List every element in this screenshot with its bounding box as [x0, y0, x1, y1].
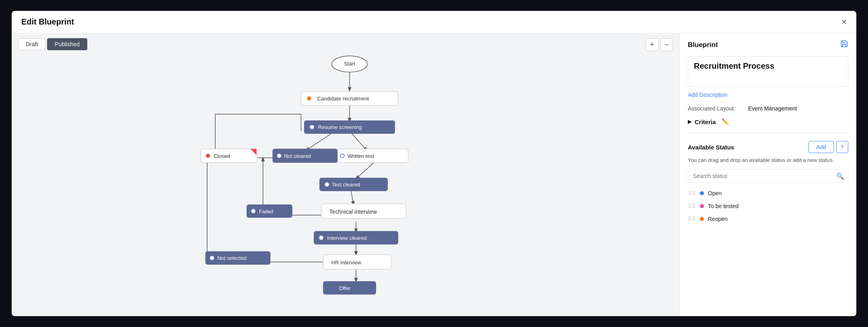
status-list: ⠿⠿ Open ⠿⠿ To be tested ⠿⠿ Reopen: [680, 188, 856, 229]
add-status-button[interactable]: Add: [808, 141, 834, 153]
svg-point-15: [307, 96, 311, 100]
available-status-header: Available Status Add ?: [680, 136, 856, 156]
diagram-canvas: Draft Published + −: [12, 33, 679, 316]
close-button[interactable]: ×: [841, 18, 847, 27]
drag-handle-icon: ⠿⠿: [688, 203, 696, 209]
status-name: To be tested: [708, 203, 738, 209]
associated-layout-value: Event Management: [748, 105, 797, 112]
criteria-label: Criteria: [695, 119, 716, 125]
search-icon: 🔍: [836, 172, 844, 180]
status-dot: [700, 204, 704, 208]
available-status-title: Available Status: [688, 144, 734, 151]
status-dot: [700, 191, 704, 195]
svg-point-39: [319, 236, 323, 240]
svg-point-31: [325, 182, 329, 186]
blueprint-name-area[interactable]: Recruitment Process: [688, 56, 848, 87]
blueprint-name-input[interactable]: Recruitment Process: [694, 61, 842, 80]
drag-handle-icon: ⠿⠿: [688, 190, 696, 196]
svg-line-2: [350, 131, 367, 150]
list-item: ⠿⠿ Open: [688, 188, 848, 199]
svg-point-24: [277, 154, 281, 158]
tab-published[interactable]: Published: [47, 38, 87, 50]
list-item: ⠿⠿ Reopen: [688, 213, 848, 225]
svg-text:Start: Start: [344, 61, 355, 67]
svg-line-5: [356, 163, 374, 179]
svg-text:Candidate recruitment: Candidate recruitment: [317, 96, 369, 102]
svg-text:Failed: Failed: [259, 208, 274, 215]
tabs-row: Draft Published: [12, 33, 94, 55]
diagram-svg: Start Candidate recruitment Resume scree…: [12, 33, 679, 316]
svg-text:Closed: Closed: [214, 153, 230, 159]
svg-point-36: [251, 209, 255, 213]
svg-text:Written test: Written test: [348, 153, 374, 159]
add-description-link[interactable]: Add Description: [688, 92, 848, 98]
svg-text:Not selected: Not selected: [217, 255, 247, 261]
modal-title: Edit Blueprint: [21, 17, 74, 27]
svg-point-21: [340, 154, 344, 158]
search-status-row: 🔍: [688, 169, 848, 183]
help-button[interactable]: ?: [836, 141, 848, 153]
status-hint: You can drag and drop an available statu…: [680, 156, 856, 169]
associated-layout-label: Associated Layout:: [688, 105, 748, 112]
status-name: Reopen: [708, 216, 728, 222]
list-item: ⠿⠿ To be tested: [688, 200, 848, 212]
edit-criteria-icon[interactable]: ✏️: [722, 118, 729, 125]
svg-text:Offer: Offer: [339, 285, 351, 291]
svg-point-18: [310, 125, 314, 129]
svg-text:HR interview: HR interview: [331, 260, 362, 266]
save-panel-button[interactable]: [840, 40, 848, 50]
svg-point-42: [210, 256, 214, 260]
right-panel: Blueprint Recruitment Process Add Descri…: [679, 33, 856, 316]
criteria-row[interactable]: ▶ Criteria ✏️: [680, 114, 856, 129]
associated-layout-row: Associated Layout: Event Management: [680, 103, 856, 114]
svg-text:Technical interview: Technical interview: [329, 208, 377, 215]
status-dot: [700, 217, 704, 221]
panel-title: Blueprint: [688, 41, 718, 49]
status-name: Open: [708, 190, 722, 196]
svg-text:Test cleared: Test cleared: [332, 182, 360, 188]
panel-header: Blueprint: [680, 33, 856, 53]
svg-text:Not cleared: Not cleared: [284, 153, 311, 159]
drag-handle-icon: ⠿⠿: [688, 216, 696, 222]
zoom-in-button[interactable]: +: [646, 38, 658, 51]
panel-divider: [688, 133, 848, 133]
search-status-input[interactable]: [688, 169, 848, 183]
svg-point-28: [206, 154, 210, 158]
svg-line-3: [306, 131, 335, 150]
tab-draft[interactable]: Draft: [18, 38, 45, 50]
svg-text:Resume screening: Resume screening: [318, 124, 362, 130]
zoom-controls: + −: [646, 38, 673, 51]
status-buttons: Add ?: [808, 141, 848, 153]
zoom-out-button[interactable]: −: [660, 38, 673, 51]
chevron-right-icon: ▶: [688, 119, 691, 125]
svg-text:Interview cleared: Interview cleared: [327, 235, 367, 241]
